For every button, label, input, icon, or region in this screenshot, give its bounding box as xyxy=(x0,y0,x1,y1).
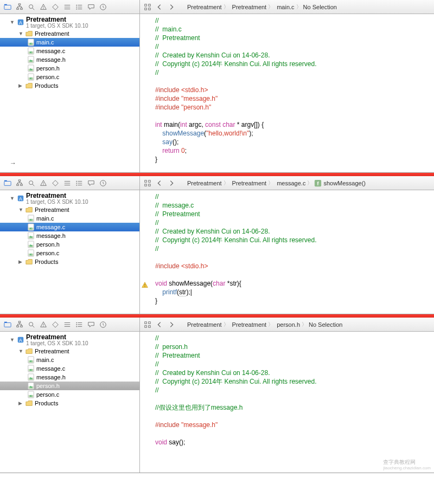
forward-icon[interactable] xyxy=(167,320,176,329)
disclosure-triangle[interactable]: ▼ xyxy=(10,196,15,201)
folder-nav-icon[interactable] xyxy=(3,3,12,11)
hierarchy-icon[interactable] xyxy=(15,320,24,329)
svg-rect-64 xyxy=(145,184,147,186)
stack-icon[interactable] xyxy=(63,3,72,11)
warning-icon[interactable] xyxy=(39,320,48,329)
breadcrumb-icon: f xyxy=(314,179,322,187)
breadcrumb-item[interactable]: cmessage.c xyxy=(275,180,305,186)
disclosure-triangle[interactable]: ▶ xyxy=(18,83,24,88)
breadcrumb-item[interactable]: Pretreatment xyxy=(231,321,267,328)
breadcrumb-item[interactable]: Pretreatment xyxy=(231,180,267,186)
file-row[interactable]: cperson.c xyxy=(0,390,139,399)
group-row[interactable]: ▼Pretreatment xyxy=(0,29,139,38)
group-row[interactable]: ▶Products xyxy=(0,81,139,90)
folder-nav-icon[interactable] xyxy=(3,320,12,329)
stack-icon[interactable] xyxy=(63,320,72,329)
project-icon: A xyxy=(17,336,24,344)
disclosure-triangle[interactable]: ▼ xyxy=(18,31,24,36)
file-row[interactable]: hperson.h xyxy=(0,240,139,249)
hierarchy-icon[interactable] xyxy=(15,179,24,188)
svg-text:A: A xyxy=(19,338,22,343)
file-row[interactable]: cmessage.c xyxy=(0,47,139,55)
warning-icon[interactable] xyxy=(39,3,48,11)
list-icon[interactable] xyxy=(75,320,84,329)
svg-rect-47 xyxy=(21,184,23,185)
disclosure-triangle[interactable]: ▶ xyxy=(18,400,24,406)
list-icon[interactable] xyxy=(75,3,84,11)
folder-nav-icon[interactable] xyxy=(3,179,12,188)
group-row[interactable]: ▼Pretreatment xyxy=(0,205,139,214)
disclosure-triangle[interactable]: ▶ xyxy=(18,259,24,264)
breadcrumb-item[interactable]: No Selection xyxy=(303,4,337,10)
breadcrumb-item[interactable]: Pretreatment xyxy=(231,4,267,10)
warning-gutter-icon[interactable] xyxy=(141,281,149,291)
project-root[interactable]: ▼APretreatment1 target, OS X SDK 10.10 xyxy=(0,191,139,205)
file-row[interactable]: hperson.h xyxy=(0,64,139,73)
speech-icon[interactable] xyxy=(87,320,95,329)
code-line: //假设这里也用到了message.h xyxy=(155,403,434,412)
file-row[interactable]: cmain.c xyxy=(0,356,139,364)
forward-icon[interactable] xyxy=(167,3,176,11)
file-row[interactable]: cmessage.c xyxy=(0,364,139,373)
search-icon[interactable] xyxy=(27,320,36,329)
disclosure-triangle[interactable]: ▼ xyxy=(10,20,15,25)
code-editor[interactable]: //// message.c// Pretreatment//// Create… xyxy=(140,190,434,314)
code-line: // xyxy=(155,244,434,253)
hierarchy-icon[interactable] xyxy=(15,3,24,11)
back-icon[interactable] xyxy=(155,179,164,188)
speech-icon[interactable] xyxy=(87,179,95,188)
svg-rect-1 xyxy=(18,3,21,5)
clock-icon[interactable] xyxy=(99,320,107,329)
breadcrumb-item[interactable]: cperson.h xyxy=(275,321,300,328)
breadcrumb-item[interactable]: No Selection xyxy=(309,321,342,328)
file-row[interactable]: cperson.c xyxy=(0,73,139,81)
file-icon: c xyxy=(27,38,35,46)
file-row[interactable]: hperson.h xyxy=(0,382,139,390)
search-icon[interactable] xyxy=(27,3,36,11)
stack-icon[interactable] xyxy=(63,179,72,188)
breadcrumb-item[interactable]: cmain.c xyxy=(275,4,294,10)
project-root[interactable]: ▼APretreatment1 target, OS X SDK 10.10 xyxy=(0,15,139,29)
group-row[interactable]: ▶Products xyxy=(0,399,139,408)
grid-icon[interactable] xyxy=(143,320,152,329)
toolbar: APretreatment〉Pretreatment〉cmain.c〉No Se… xyxy=(0,0,434,14)
file-row[interactable]: hmessage.h xyxy=(0,231,139,240)
file-row[interactable]: cmain.c xyxy=(0,38,139,47)
svg-point-7 xyxy=(43,8,43,8)
code-line: // xyxy=(155,386,434,395)
diamond-icon[interactable] xyxy=(51,3,60,11)
grid-icon[interactable] xyxy=(143,3,152,11)
list-icon[interactable] xyxy=(75,179,84,188)
disclosure-triangle[interactable]: ▼ xyxy=(10,337,15,343)
clock-icon[interactable] xyxy=(99,179,107,188)
back-icon[interactable] xyxy=(155,320,164,329)
breadcrumb-item[interactable]: APretreatment xyxy=(186,4,222,10)
file-row[interactable]: hmessage.h xyxy=(0,373,139,382)
file-row[interactable]: cmessage.c xyxy=(0,223,139,231)
group-row[interactable]: ▼Pretreatment xyxy=(0,347,139,356)
file-row[interactable]: cperson.c xyxy=(0,249,139,257)
warning-icon[interactable] xyxy=(39,179,48,188)
breadcrumb-label: No Selection xyxy=(303,4,337,10)
diamond-icon[interactable] xyxy=(51,320,60,329)
forward-icon[interactable] xyxy=(167,179,176,188)
search-icon[interactable] xyxy=(27,179,36,188)
diamond-icon[interactable] xyxy=(51,179,60,188)
chevron-right-icon: 〉 xyxy=(302,321,307,328)
back-icon[interactable] xyxy=(155,3,164,11)
code-editor[interactable]: //// person.h// Pretreatment//// Created… xyxy=(140,332,434,473)
speech-icon[interactable] xyxy=(87,3,95,11)
grid-icon[interactable] xyxy=(143,179,152,188)
breadcrumb-item[interactable]: APretreatment xyxy=(186,180,222,186)
breadcrumb-item[interactable]: fshowMessage() xyxy=(314,179,366,187)
project-root[interactable]: ▼APretreatment1 target, OS X SDK 10.10 xyxy=(0,333,139,347)
code-editor[interactable]: //// main.c// Pretreatment//// Created b… xyxy=(140,14,434,172)
clock-icon[interactable] xyxy=(99,3,107,11)
disclosure-triangle[interactable]: ▼ xyxy=(18,207,24,212)
breadcrumb-item[interactable]: APretreatment xyxy=(186,321,222,328)
group-row[interactable]: ▶Products xyxy=(0,257,139,266)
file-row[interactable]: hmessage.h xyxy=(0,55,139,64)
disclosure-triangle[interactable]: ▼ xyxy=(18,348,24,354)
file-row[interactable]: cmain.c xyxy=(0,214,139,223)
breadcrumb-label: showMessage() xyxy=(323,180,366,186)
